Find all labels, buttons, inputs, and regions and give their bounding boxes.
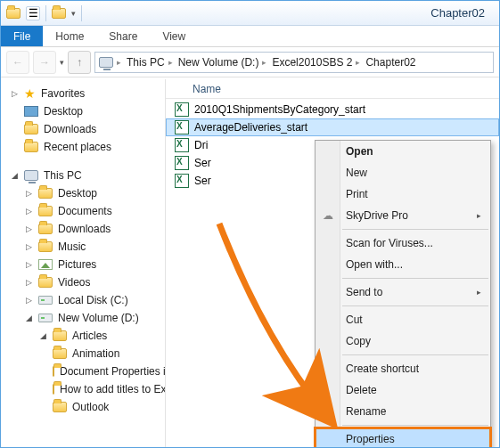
window-title: Chapter02 xyxy=(430,6,494,20)
excel-icon xyxy=(175,102,189,117)
menu-open[interactable]: Open xyxy=(316,141,490,162)
nav-new-volume-d[interactable]: ◢New Volume (D:) xyxy=(4,309,165,327)
nav-up-button[interactable]: ↑ xyxy=(68,51,91,74)
folder-icon xyxy=(38,241,53,252)
excel-icon xyxy=(175,174,189,188)
breadcrumb[interactable]: ▸This PC ▸New Volume (D:) ▸Excel2010SBS … xyxy=(94,52,494,73)
nav-history-icon[interactable]: ▾ xyxy=(60,58,64,67)
nav-outlook[interactable]: Outlook xyxy=(4,398,165,416)
nav-music[interactable]: ▷Music xyxy=(4,238,165,256)
props-icon[interactable]: ☰ xyxy=(26,6,40,20)
menu-copy[interactable]: Copy xyxy=(316,330,490,352)
drive-icon xyxy=(38,296,53,305)
nav-pictures[interactable]: ▷Pictures xyxy=(4,256,165,273)
address-bar: ← → ▾ ↑ ▸This PC ▸New Volume (D:) ▸Excel… xyxy=(1,47,499,77)
folder-icon xyxy=(53,330,67,341)
cloud-icon: ☁ xyxy=(321,208,335,223)
nav-doc-props[interactable]: Document Properties in Excel xyxy=(4,362,165,380)
excel-icon xyxy=(175,120,189,134)
excel-icon xyxy=(175,138,189,152)
folder-icon xyxy=(24,124,38,134)
ribbon-tabs: File Home Share View xyxy=(1,26,499,47)
star-icon: ★ xyxy=(24,86,36,101)
folder-icon xyxy=(38,277,53,288)
crumb-0[interactable]: This PC xyxy=(127,56,165,69)
folder-icon xyxy=(38,224,53,234)
chevron-right-icon: ▸ xyxy=(477,288,481,297)
tab-view[interactable]: View xyxy=(150,26,198,46)
menu-properties[interactable]: Properties xyxy=(316,428,490,448)
folder-icon xyxy=(38,206,53,216)
menu-separator xyxy=(342,305,488,306)
qa-dropdown-icon[interactable]: ▾ xyxy=(71,9,76,18)
tab-home[interactable]: Home xyxy=(43,26,96,46)
menu-scan[interactable]: Scan for Viruses... xyxy=(316,232,490,254)
nav-favorites[interactable]: ▷★Favorites xyxy=(4,85,165,102)
crumb-1[interactable]: New Volume (D:) xyxy=(178,56,259,69)
menu-openwith[interactable]: Open with... xyxy=(316,254,490,275)
folder-icon xyxy=(53,402,67,412)
column-header-name[interactable]: Name xyxy=(166,79,499,99)
menu-new[interactable]: New xyxy=(316,162,490,183)
menu-separator xyxy=(342,354,488,355)
navigation-pane: ▷★Favorites Desktop Downloads Recent pla… xyxy=(1,79,166,447)
menu-separator xyxy=(342,278,488,279)
folder-icon xyxy=(24,142,38,152)
menu-print[interactable]: Print xyxy=(316,183,490,205)
menu-separator xyxy=(342,229,488,230)
menu-rename[interactable]: Rename xyxy=(316,401,490,422)
nav-fav-recent[interactable]: Recent places xyxy=(4,138,165,156)
nav-back-button[interactable]: ← xyxy=(6,51,29,74)
menu-shortcut[interactable]: Create shortcut xyxy=(316,358,490,379)
menu-skydrive[interactable]: ☁SkyDrive Pro▸ xyxy=(316,205,490,226)
titlebar: ☰ ▾ Chapter02 xyxy=(1,1,499,26)
nav-thispc[interactable]: ◢This PC xyxy=(4,167,165,184)
excel-icon xyxy=(175,156,189,170)
tab-file[interactable]: File xyxy=(1,26,43,46)
drive-icon xyxy=(38,314,53,322)
folder-icon xyxy=(53,348,67,359)
folder-icon xyxy=(38,188,53,199)
nav-animation[interactable]: Animation xyxy=(4,345,165,362)
file-row-selected[interactable]: AverageDeliveries_start xyxy=(166,118,499,136)
pc-icon xyxy=(99,55,113,69)
nav-downloads[interactable]: ▷Downloads xyxy=(4,220,165,238)
context-menu: Open New Print ☁SkyDrive Pro▸ Scan for V… xyxy=(315,140,491,448)
crumb-2[interactable]: Excel2010SBS 2 xyxy=(272,56,352,69)
menu-sendto[interactable]: Send to▸ xyxy=(316,281,490,303)
chevron-right-icon: ▸ xyxy=(477,211,481,220)
folder-icon xyxy=(6,6,20,20)
menu-cut[interactable]: Cut xyxy=(316,309,490,330)
tab-share[interactable]: Share xyxy=(96,26,150,46)
nav-local-disk-c[interactable]: ▷Local Disk (C:) xyxy=(4,291,165,309)
desktop-icon xyxy=(24,106,38,117)
nav-fav-downloads[interactable]: Downloads xyxy=(4,120,165,138)
pictures-icon xyxy=(38,259,53,270)
nav-chart-titles[interactable]: How to add titles to Excel charts xyxy=(4,380,165,398)
folder-icon xyxy=(53,384,54,395)
nav-articles[interactable]: ◢Articles xyxy=(4,327,165,345)
pc-icon xyxy=(24,170,38,181)
nav-forward-button[interactable]: → xyxy=(33,51,56,74)
folder-open-icon xyxy=(52,6,66,20)
crumb-3[interactable]: Chapter02 xyxy=(365,56,415,69)
menu-delete[interactable]: Delete xyxy=(316,379,490,401)
nav-fav-desktop[interactable]: Desktop xyxy=(4,102,165,120)
menu-separator xyxy=(342,425,488,426)
folder-icon xyxy=(53,366,54,377)
nav-desktop[interactable]: ▷Desktop xyxy=(4,184,165,202)
nav-documents[interactable]: ▷Documents xyxy=(4,202,165,220)
file-row[interactable]: 2010Q1ShipmentsByCategory_start xyxy=(166,101,499,118)
nav-videos[interactable]: ▷Videos xyxy=(4,273,165,291)
